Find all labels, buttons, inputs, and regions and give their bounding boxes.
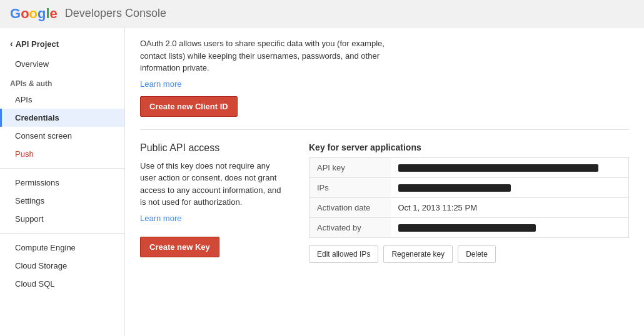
api-key-label: API key bbox=[309, 157, 391, 177]
public-api-title: Public API access bbox=[140, 142, 284, 154]
sidebar-item-overview[interactable]: Overview bbox=[0, 55, 124, 73]
key-actions: Edit allowed IPs Regenerate key Delete bbox=[309, 245, 629, 263]
ips-redacted bbox=[398, 184, 511, 192]
regenerate-key-button[interactable]: Regenerate key bbox=[383, 245, 453, 263]
public-api-left: Public API access Use of this key does n… bbox=[140, 142, 284, 263]
app-title: Developers Console bbox=[65, 7, 166, 20]
sidebar-item-consent[interactable]: Consent screen bbox=[0, 127, 124, 145]
oauth-description: OAuth 2.0 allows users to share specific… bbox=[140, 37, 403, 74]
delete-key-button[interactable]: Delete bbox=[458, 245, 496, 263]
key-table: API key IPs bbox=[309, 157, 629, 238]
sidebar-item-support[interactable]: Support bbox=[0, 210, 124, 228]
activation-date-value: Oct 1, 2013 11:25 PM bbox=[391, 197, 629, 217]
sidebar-project-label: API Project bbox=[16, 39, 59, 49]
ips-value bbox=[391, 177, 629, 197]
create-client-id-button[interactable]: Create new Client ID bbox=[140, 96, 238, 117]
back-arrow-icon: ‹ bbox=[10, 39, 13, 49]
sidebar-item-storage[interactable]: Cloud Storage bbox=[0, 257, 124, 275]
google-logo: Google bbox=[10, 6, 58, 22]
activated-by-label: Activated by bbox=[309, 217, 391, 237]
table-row: IPs bbox=[309, 177, 629, 197]
content-inner: OAuth 2.0 allows users to share specific… bbox=[125, 27, 644, 273]
public-api-learn-more-link[interactable]: Learn more bbox=[140, 214, 181, 223]
header: Google Developers Console bbox=[0, 0, 644, 27]
sidebar-item-apis[interactable]: APIs bbox=[0, 91, 124, 109]
api-key-redacted bbox=[398, 164, 598, 172]
sidebar-divider-1 bbox=[0, 168, 124, 169]
oauth-learn-more-link[interactable]: Learn more bbox=[140, 79, 181, 89]
activation-date-label: Activation date bbox=[309, 197, 391, 217]
sidebar-divider-2 bbox=[0, 233, 124, 234]
public-api-section: Public API access Use of this key does n… bbox=[140, 142, 629, 263]
table-row: API key bbox=[309, 157, 629, 177]
table-row: Activation date Oct 1, 2013 11:25 PM bbox=[309, 197, 629, 217]
activated-by-redacted bbox=[398, 224, 536, 232]
sidebar-item-push[interactable]: Push bbox=[0, 145, 124, 163]
sidebar: ‹ API Project Overview APIs & auth APIs … bbox=[0, 27, 125, 336]
create-new-key-button[interactable]: Create new Key bbox=[140, 237, 219, 257]
sidebar-item-settings[interactable]: Settings bbox=[0, 192, 124, 210]
sidebar-item-sql[interactable]: Cloud SQL bbox=[0, 275, 124, 293]
sidebar-back-link[interactable]: ‹ API Project bbox=[0, 35, 124, 52]
key-panel-title: Key for server applications bbox=[309, 142, 629, 152]
oauth-section: OAuth 2.0 allows users to share specific… bbox=[140, 37, 629, 130]
google-wordmark: Google bbox=[10, 6, 58, 22]
key-panel: Key for server applications API key IPs bbox=[309, 142, 629, 263]
sidebar-section-apis-auth: APIs & auth bbox=[0, 73, 124, 91]
table-row: Activated by bbox=[309, 217, 629, 237]
ips-label: IPs bbox=[309, 177, 391, 197]
sidebar-item-compute[interactable]: Compute Engine bbox=[0, 239, 124, 257]
sidebar-item-permissions[interactable]: Permissions bbox=[0, 174, 124, 192]
content-area: OAuth 2.0 allows users to share specific… bbox=[125, 27, 644, 336]
sidebar-item-credentials[interactable]: Credentials bbox=[0, 109, 124, 127]
main-layout: ‹ API Project Overview APIs & auth APIs … bbox=[0, 27, 644, 336]
public-api-description: Use of this key does not require any use… bbox=[140, 160, 284, 209]
api-key-value bbox=[391, 157, 629, 177]
edit-allowed-ips-button[interactable]: Edit allowed IPs bbox=[309, 245, 378, 263]
activated-by-value bbox=[391, 217, 629, 237]
